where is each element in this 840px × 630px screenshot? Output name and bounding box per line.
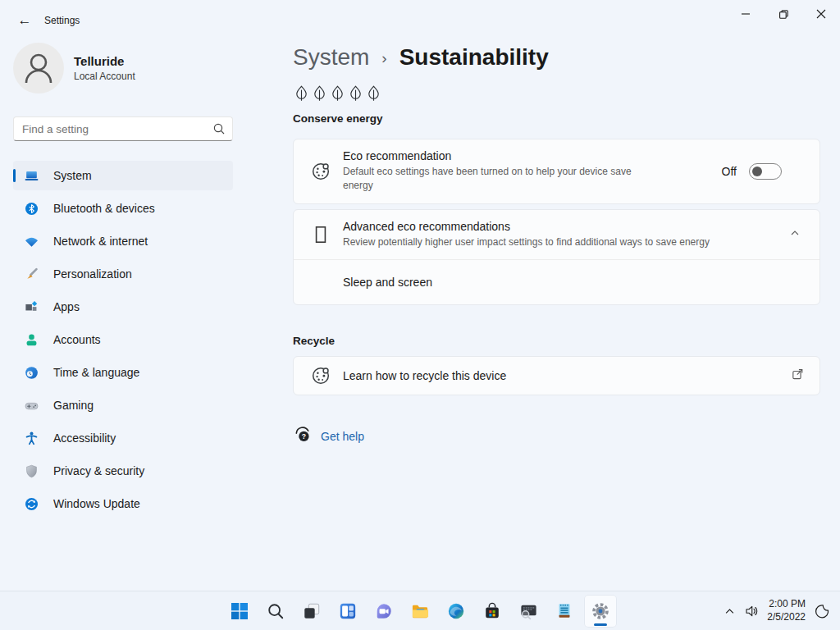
file-explorer-icon xyxy=(411,602,430,621)
system-tray: 2:00 PM 2/5/2022 xyxy=(724,591,830,630)
page-title: Sustainability xyxy=(399,44,549,71)
system-search-app-icon xyxy=(519,602,538,621)
sidebar-item-personalization[interactable]: Personalization xyxy=(13,259,233,289)
start-button[interactable] xyxy=(223,595,256,628)
close-icon xyxy=(816,9,826,19)
edge-button[interactable] xyxy=(440,595,472,628)
restore-icon xyxy=(778,9,789,20)
eco-recommendation-description: Default eco settings have been turned on… xyxy=(343,165,659,194)
windows-update-icon xyxy=(24,496,39,512)
toggle-state-label: Off xyxy=(722,165,737,178)
sleep-and-screen-label: Sleep and screen xyxy=(343,276,432,289)
gaming-icon xyxy=(24,398,39,413)
notepad-button[interactable] xyxy=(548,595,581,628)
taskbar-search-button[interactable] xyxy=(259,595,292,628)
breadcrumb: System › Sustainability xyxy=(293,44,820,71)
taskbar-clock[interactable]: 2:00 PM 2/5/2022 xyxy=(767,598,806,623)
recycle-link-title: Learn how to recycle this device xyxy=(343,369,506,382)
get-help-link[interactable]: Get help xyxy=(321,430,364,443)
get-help-row: ? Get help xyxy=(293,425,820,447)
toggle-knob xyxy=(752,167,762,176)
accessibility-icon xyxy=(24,431,39,446)
search-input[interactable] xyxy=(14,117,232,140)
store-button[interactable] xyxy=(476,595,509,628)
eco-leaf-rating xyxy=(293,84,820,107)
eco-recommendation-card: Eco recommendation Default eco settings … xyxy=(293,139,820,204)
file-explorer-button[interactable] xyxy=(404,595,436,628)
avatar xyxy=(13,43,64,94)
sidebar-item-accessibility[interactable]: Accessibility xyxy=(13,423,233,453)
sidebar-item-accounts[interactable]: Accounts xyxy=(13,325,233,354)
running-indicator xyxy=(594,623,607,626)
eco-recommendation-toggle[interactable] xyxy=(749,163,782,180)
sidebar-item-label: Network & internet xyxy=(53,235,148,248)
settings-gear-icon xyxy=(591,601,610,621)
window-controls xyxy=(727,0,840,28)
sleep-and-screen-row[interactable]: Sleep and screen xyxy=(294,260,819,304)
sidebar-item-system[interactable]: System xyxy=(13,161,233,190)
chevron-right-icon: › xyxy=(381,49,386,67)
svg-text:?: ? xyxy=(302,432,306,441)
breadcrumb-system[interactable]: System xyxy=(293,44,369,71)
minimize-icon xyxy=(741,9,751,19)
sidebar: Telluride Local Account System Bluetooth… xyxy=(13,43,246,522)
settings-taskbar-button[interactable] xyxy=(584,595,617,628)
task-view-button[interactable] xyxy=(295,595,328,628)
sidebar-item-network-internet[interactable]: Network & internet xyxy=(13,226,233,256)
close-button[interactable] xyxy=(802,0,840,28)
sidebar-item-windows-update[interactable]: Windows Update xyxy=(13,489,233,518)
recycle-card[interactable]: Learn how to recycle this device xyxy=(293,356,820,395)
sidebar-item-label: Personalization xyxy=(53,267,132,281)
sidebar-nav: System Bluetooth & devices Network & int… xyxy=(13,161,246,518)
tray-date: 2/5/2022 xyxy=(767,611,806,624)
chat-button[interactable] xyxy=(368,595,400,628)
help-icon: ? xyxy=(293,425,312,447)
sidebar-item-label: Gaming xyxy=(53,399,94,412)
sidebar-item-time-language[interactable]: Time & language xyxy=(13,358,233,387)
leaf-icon xyxy=(311,84,328,107)
window-title: Settings xyxy=(44,15,80,26)
sidebar-item-label: Time & language xyxy=(53,366,139,379)
titlebar: ← Settings xyxy=(0,0,840,33)
leaf-icon xyxy=(329,84,346,107)
sidebar-item-label: Privacy & security xyxy=(53,464,144,477)
task-view-icon xyxy=(303,602,321,620)
back-button[interactable]: ← xyxy=(11,10,38,31)
sidebar-item-bluetooth-devices[interactable]: Bluetooth & devices xyxy=(13,194,233,223)
system-search-app-button[interactable] xyxy=(512,595,545,628)
account-name: Telluride xyxy=(74,54,135,68)
eco-palette-icon xyxy=(310,365,331,386)
restore-button[interactable] xyxy=(765,0,802,28)
sidebar-item-apps[interactable]: Apps xyxy=(13,292,233,322)
bluetooth-icon xyxy=(24,201,39,217)
privacy-security-icon xyxy=(24,463,39,479)
chevron-up-icon[interactable] xyxy=(788,226,801,243)
eco-recommendation-title: Eco recommendation xyxy=(343,149,659,162)
taskbar-center-icons xyxy=(223,595,617,628)
advanced-eco-card: Advanced eco recommendations Review pote… xyxy=(293,209,820,305)
eco-palette-icon xyxy=(310,161,331,182)
advanced-eco-header[interactable]: Advanced eco recommendations Review pote… xyxy=(294,210,819,259)
personalization-icon xyxy=(24,267,39,282)
night-light-icon[interactable] xyxy=(814,603,830,619)
sidebar-item-gaming[interactable]: Gaming xyxy=(13,390,233,420)
search-icon xyxy=(212,122,226,139)
search-box xyxy=(13,116,233,141)
minimize-button[interactable] xyxy=(727,0,765,28)
recycle-heading: Recycle xyxy=(293,335,820,347)
volume-icon[interactable] xyxy=(744,604,759,619)
advanced-eco-description: Review potentially higher user impact se… xyxy=(343,235,710,249)
tray-chevron-up-icon[interactable] xyxy=(724,605,736,618)
account-type: Local Account xyxy=(74,71,135,82)
leaf-icon xyxy=(293,84,310,107)
system-icon xyxy=(24,168,39,184)
sidebar-item-privacy-security[interactable]: Privacy & security xyxy=(13,456,233,486)
tray-time: 2:00 PM xyxy=(767,598,806,611)
widgets-button[interactable] xyxy=(331,595,364,628)
sidebar-item-label: Windows Update xyxy=(53,497,140,510)
notepad-icon xyxy=(555,602,573,620)
sidebar-item-label: Apps xyxy=(53,300,80,313)
account-section[interactable]: Telluride Local Account xyxy=(13,43,246,94)
leaf-icon xyxy=(347,84,364,107)
sidebar-item-label: Accessibility xyxy=(53,431,116,445)
